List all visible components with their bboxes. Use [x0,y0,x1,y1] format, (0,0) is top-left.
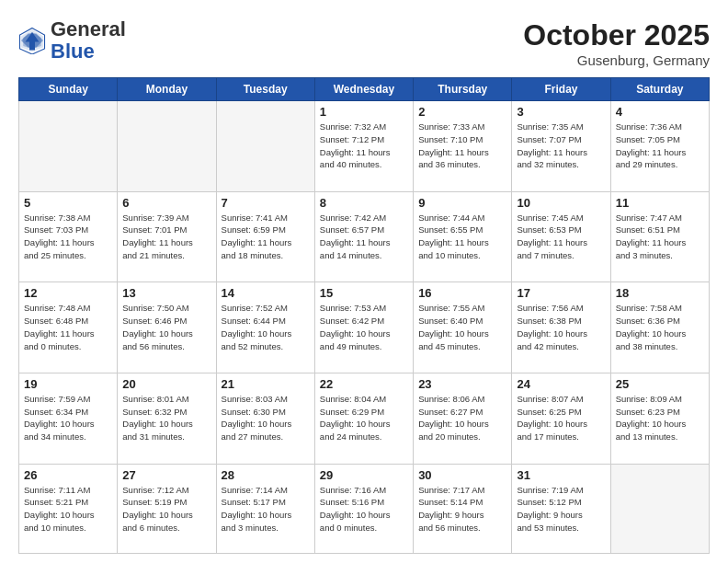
day-number: 11 [616,196,704,210]
day-number: 30 [418,468,506,482]
calendar-cell: 6Sunrise: 7:39 AM Sunset: 7:01 PM Daylig… [118,191,216,282]
header-monday: Monday [118,78,216,101]
week-row-2: 12Sunrise: 7:48 AM Sunset: 6:48 PM Dayli… [19,282,710,373]
location: Gusenburg, Germany [523,52,710,68]
day-info: Sunrise: 7:35 AM Sunset: 7:07 PM Dayligh… [517,121,605,171]
day-info: Sunrise: 7:59 AM Sunset: 6:34 PM Dayligh… [24,393,112,443]
day-info: Sunrise: 7:16 AM Sunset: 5:16 PM Dayligh… [320,484,408,534]
header-wednesday: Wednesday [314,78,413,101]
day-number: 31 [517,468,605,482]
logo-icon [18,27,46,54]
calendar-cell [216,101,314,192]
calendar-cell: 9Sunrise: 7:44 AM Sunset: 6:55 PM Daylig… [414,191,512,282]
calendar-cell [610,464,709,554]
week-row-1: 5Sunrise: 7:38 AM Sunset: 7:03 PM Daylig… [19,191,710,282]
calendar-cell: 3Sunrise: 7:35 AM Sunset: 7:07 PM Daylig… [512,101,610,192]
day-info: Sunrise: 7:47 AM Sunset: 6:51 PM Dayligh… [616,212,704,262]
calendar-cell: 30Sunrise: 7:17 AM Sunset: 5:14 PM Dayli… [414,464,512,554]
calendar-cell: 31Sunrise: 7:19 AM Sunset: 5:12 PM Dayli… [512,464,610,554]
calendar-cell: 1Sunrise: 7:32 AM Sunset: 7:12 PM Daylig… [314,101,413,192]
day-number: 20 [122,377,210,391]
header-friday: Friday [512,78,610,101]
day-info: Sunrise: 7:12 AM Sunset: 5:19 PM Dayligh… [122,484,210,534]
day-info: Sunrise: 7:44 AM Sunset: 6:55 PM Dayligh… [418,212,506,262]
day-info: Sunrise: 7:48 AM Sunset: 6:48 PM Dayligh… [24,302,112,352]
calendar-cell: 26Sunrise: 7:11 AM Sunset: 5:21 PM Dayli… [19,464,118,554]
day-info: Sunrise: 7:14 AM Sunset: 5:17 PM Dayligh… [222,484,310,534]
day-number: 7 [222,196,310,210]
calendar-cell [19,101,118,192]
day-info: Sunrise: 7:38 AM Sunset: 7:03 PM Dayligh… [24,212,112,262]
day-info: Sunrise: 7:53 AM Sunset: 6:42 PM Dayligh… [320,302,408,352]
day-number: 4 [616,105,704,119]
day-number: 23 [418,377,506,391]
day-number: 17 [517,286,605,300]
day-number: 21 [222,377,310,391]
calendar-cell: 25Sunrise: 8:09 AM Sunset: 6:23 PM Dayli… [610,373,709,464]
day-info: Sunrise: 7:50 AM Sunset: 6:46 PM Dayligh… [122,302,210,352]
day-number: 19 [24,377,112,391]
week-row-0: 1Sunrise: 7:32 AM Sunset: 7:12 PM Daylig… [19,101,710,192]
day-info: Sunrise: 8:07 AM Sunset: 6:25 PM Dayligh… [517,393,605,443]
calendar-cell: 27Sunrise: 7:12 AM Sunset: 5:19 PM Dayli… [118,464,216,554]
day-number: 26 [24,468,112,482]
day-number: 13 [122,286,210,300]
day-number: 10 [517,196,605,210]
day-info: Sunrise: 7:55 AM Sunset: 6:40 PM Dayligh… [418,302,506,352]
logo-text: General Blue [51,18,126,63]
title-block: October 2025 Gusenburg, Germany [523,18,710,68]
calendar-cell: 24Sunrise: 8:07 AM Sunset: 6:25 PM Dayli… [512,373,610,464]
calendar-table: Sunday Monday Tuesday Wednesday Thursday… [18,77,710,554]
logo-blue: Blue [51,40,95,63]
calendar-cell: 18Sunrise: 7:58 AM Sunset: 6:36 PM Dayli… [610,282,709,373]
day-number: 2 [418,105,506,119]
day-number: 12 [24,286,112,300]
calendar-cell: 13Sunrise: 7:50 AM Sunset: 6:46 PM Dayli… [118,282,216,373]
header-tuesday: Tuesday [216,78,314,101]
header: General Blue October 2025 Gusenburg, Ger… [18,18,710,68]
day-number: 1 [320,105,408,119]
calendar-cell: 19Sunrise: 7:59 AM Sunset: 6:34 PM Dayli… [19,373,118,464]
day-number: 24 [517,377,605,391]
calendar-cell: 4Sunrise: 7:36 AM Sunset: 7:05 PM Daylig… [610,101,709,192]
day-info: Sunrise: 7:58 AM Sunset: 6:36 PM Dayligh… [616,302,704,352]
day-number: 8 [320,196,408,210]
day-number: 25 [616,377,704,391]
day-info: Sunrise: 7:42 AM Sunset: 6:57 PM Dayligh… [320,212,408,262]
calendar-cell: 15Sunrise: 7:53 AM Sunset: 6:42 PM Dayli… [314,282,413,373]
calendar-cell: 12Sunrise: 7:48 AM Sunset: 6:48 PM Dayli… [19,282,118,373]
calendar-cell: 10Sunrise: 7:45 AM Sunset: 6:53 PM Dayli… [512,191,610,282]
logo-general: General [51,17,126,40]
calendar-cell: 7Sunrise: 7:41 AM Sunset: 6:59 PM Daylig… [216,191,314,282]
logo: General Blue [18,18,126,63]
day-number: 27 [122,468,210,482]
calendar-cell: 23Sunrise: 8:06 AM Sunset: 6:27 PM Dayli… [414,373,512,464]
calendar-cell [118,101,216,192]
day-number: 5 [24,196,112,210]
day-number: 3 [517,105,605,119]
day-number: 14 [222,286,310,300]
month-title: October 2025 [523,18,710,52]
weekday-header-row: Sunday Monday Tuesday Wednesday Thursday… [19,78,710,101]
week-row-3: 19Sunrise: 7:59 AM Sunset: 6:34 PM Dayli… [19,373,710,464]
calendar-cell: 11Sunrise: 7:47 AM Sunset: 6:51 PM Dayli… [610,191,709,282]
day-info: Sunrise: 7:56 AM Sunset: 6:38 PM Dayligh… [517,302,605,352]
day-info: Sunrise: 8:06 AM Sunset: 6:27 PM Dayligh… [418,393,506,443]
header-sunday: Sunday [19,78,118,101]
day-info: Sunrise: 7:39 AM Sunset: 7:01 PM Dayligh… [122,212,210,262]
calendar-cell: 29Sunrise: 7:16 AM Sunset: 5:16 PM Dayli… [314,464,413,554]
day-number: 9 [418,196,506,210]
day-number: 18 [616,286,704,300]
day-info: Sunrise: 8:04 AM Sunset: 6:29 PM Dayligh… [320,393,408,443]
calendar-cell: 28Sunrise: 7:14 AM Sunset: 5:17 PM Dayli… [216,464,314,554]
day-number: 22 [320,377,408,391]
day-info: Sunrise: 7:41 AM Sunset: 6:59 PM Dayligh… [222,212,310,262]
day-number: 29 [320,468,408,482]
day-number: 6 [122,196,210,210]
day-info: Sunrise: 7:36 AM Sunset: 7:05 PM Dayligh… [616,121,704,171]
day-number: 15 [320,286,408,300]
day-info: Sunrise: 7:11 AM Sunset: 5:21 PM Dayligh… [24,484,112,534]
header-thursday: Thursday [414,78,512,101]
day-info: Sunrise: 7:17 AM Sunset: 5:14 PM Dayligh… [418,484,506,534]
day-number: 28 [222,468,310,482]
